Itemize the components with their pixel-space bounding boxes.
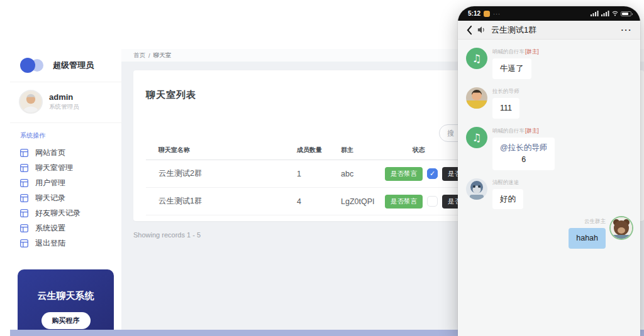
layout-icon bbox=[20, 164, 28, 172]
brand-logo-icon bbox=[20, 57, 45, 73]
mention-link[interactable]: @拉长的导师 bbox=[500, 143, 547, 152]
network-icon bbox=[612, 11, 618, 16]
music-note-icon: ♫ bbox=[472, 52, 481, 65]
more-menu-icon[interactable]: ··· bbox=[621, 25, 633, 35]
message-bubble[interactable]: 牛逼了 bbox=[492, 58, 531, 79]
message-bubble[interactable]: 好的 bbox=[492, 189, 523, 210]
column-header-name: 聊天室名称 bbox=[158, 146, 297, 154]
sender-name: 清醒的迷途 bbox=[492, 179, 523, 187]
chat-message: 拉长的导师 111 bbox=[466, 87, 632, 119]
layout-icon bbox=[20, 239, 28, 247]
message-bubble[interactable]: @拉长的导师 6 bbox=[492, 138, 555, 170]
layout-icon bbox=[20, 224, 28, 232]
column-header-owner: 群主 bbox=[341, 146, 385, 154]
owl-cartoon-avatar[interactable] bbox=[466, 178, 487, 200]
chat-nav-bar: 云生测试1群 ··· bbox=[458, 21, 640, 40]
phone-status-bar: 5:12 ··· bbox=[458, 6, 640, 21]
sidebar-item-label: 退出登陆 bbox=[35, 238, 65, 249]
music-note-icon: ♫ bbox=[472, 131, 481, 144]
chat-message: ♫ 呐喊的自行车[群主] @拉长的导师 6 bbox=[466, 127, 632, 170]
sender-name: 云生群主 bbox=[584, 218, 606, 225]
sender-name: 呐喊的自行车[群主] bbox=[492, 48, 539, 56]
chatroom-name: 云生测试2群 bbox=[158, 168, 297, 179]
layout-icon bbox=[20, 149, 28, 157]
sidebar-item-label: 网站首页 bbox=[35, 148, 65, 158]
signal-icon bbox=[591, 11, 599, 16]
promo-card: 云生聊天系统 购买程序 bbox=[18, 269, 114, 336]
group-owner: abc bbox=[341, 170, 385, 178]
signal-icon bbox=[601, 11, 609, 16]
sidebar-section-label: 系统操作 bbox=[20, 131, 111, 140]
current-user-panel: admin 系统管理员 bbox=[10, 82, 121, 123]
sidebar-item-label: 聊天记录 bbox=[35, 193, 65, 203]
user-avatar bbox=[19, 90, 43, 114]
chatroom-name: 云生测试1群 bbox=[158, 196, 297, 207]
layout-icon bbox=[20, 194, 28, 202]
chat-message: ♫ 呐喊的自行车[群主] 牛逼了 bbox=[466, 48, 632, 79]
status-dots: ··· bbox=[493, 11, 501, 17]
sender-name: 呐喊的自行车[群主] bbox=[492, 127, 555, 135]
mute-checkbox[interactable]: ✓ bbox=[427, 168, 438, 179]
breadcrumb-home[interactable]: 首页 bbox=[133, 51, 145, 60]
battery-icon bbox=[621, 11, 631, 16]
person-photo-avatar[interactable] bbox=[466, 87, 487, 109]
user-name: admin bbox=[49, 92, 79, 102]
sidebar-item-logout[interactable]: 退出登陆 bbox=[10, 236, 121, 251]
chat-message-list: ♫ 呐喊的自行车[群主] 牛逼了 拉长的导师 111 ♫ 呐喊的自行车[群主] … bbox=[458, 40, 640, 249]
message-bubble[interactable]: 111 bbox=[492, 98, 519, 119]
phone-screenshot: 5:12 ··· 云生测试1群 ··· ♫ 呐喊的自行车[群主] 牛逼了 bbox=[458, 6, 640, 336]
promo-title: 云生聊天系统 bbox=[37, 288, 95, 303]
mute-badge: 是否禁言 bbox=[385, 195, 423, 209]
music-note-avatar[interactable]: ♫ bbox=[466, 127, 487, 148]
recording-indicator-icon bbox=[484, 11, 490, 17]
person-photo-icon bbox=[466, 87, 487, 109]
sidebar-item-chatroom-admin[interactable]: 聊天室管理 bbox=[10, 160, 121, 175]
sidebar-item-label: 聊天室管理 bbox=[35, 163, 73, 173]
sidebar: 超级管理员 admin 系统管理员 系统操作 网站首页 聊天室 bbox=[10, 49, 121, 330]
breadcrumb-separator: / bbox=[148, 52, 150, 59]
group-owner: LgZ0tQPI bbox=[341, 197, 385, 206]
group-owner-tag: [群主] bbox=[525, 48, 539, 55]
owl-cartoon-icon bbox=[466, 178, 487, 200]
sender-name: 拉长的导师 bbox=[492, 88, 519, 95]
sidebar-item-home[interactable]: 网站首页 bbox=[10, 145, 121, 160]
sidebar-item-label: 好友聊天记录 bbox=[35, 208, 80, 219]
member-count: 4 bbox=[297, 197, 341, 206]
sidebar-item-label: 用户管理 bbox=[35, 178, 65, 188]
bear-cartoon-avatar[interactable] bbox=[611, 217, 632, 239]
brand-header: 超级管理员 bbox=[10, 49, 121, 82]
group-owner-tag: [群主] bbox=[525, 127, 539, 134]
sidebar-item-friend-chat-records[interactable]: 好友聊天记录 bbox=[10, 205, 121, 220]
member-count: 1 bbox=[297, 170, 341, 178]
chat-message: 清醒的迷途 好的 bbox=[466, 178, 632, 210]
bear-cartoon-icon bbox=[611, 217, 632, 239]
mute-checkbox[interactable]: ✓ bbox=[427, 196, 438, 207]
sidebar-item-chat-records[interactable]: 聊天记录 bbox=[10, 190, 121, 205]
status-icons bbox=[591, 11, 631, 16]
layout-icon bbox=[20, 209, 28, 217]
brand-name: 超级管理员 bbox=[53, 60, 94, 71]
records-summary: Showing records 1 - 5 bbox=[133, 231, 201, 239]
buy-program-button[interactable]: 购买程序 bbox=[42, 312, 91, 329]
sidebar-item-system-settings[interactable]: 系统设置 bbox=[10, 220, 121, 236]
breadcrumb-current: 聊天室 bbox=[153, 51, 172, 60]
message-bubble[interactable]: hahah bbox=[569, 228, 606, 249]
mute-badge: 是否禁言 bbox=[385, 167, 423, 181]
layout-icon bbox=[20, 179, 28, 187]
music-note-avatar[interactable]: ♫ bbox=[466, 48, 487, 69]
back-icon[interactable] bbox=[466, 25, 472, 35]
clock: 5:12 bbox=[468, 10, 480, 17]
sidebar-item-user-admin[interactable]: 用户管理 bbox=[10, 175, 121, 190]
chat-title: 云生测试1群 bbox=[491, 24, 536, 36]
sidebar-item-label: 系统设置 bbox=[35, 223, 65, 234]
chat-message-outgoing: 云生群主 hahah bbox=[466, 217, 632, 249]
column-header-members: 成员数量 bbox=[297, 146, 341, 154]
user-role: 系统管理员 bbox=[49, 103, 79, 111]
speaker-icon bbox=[477, 26, 486, 34]
admin-face-icon bbox=[20, 91, 42, 112]
